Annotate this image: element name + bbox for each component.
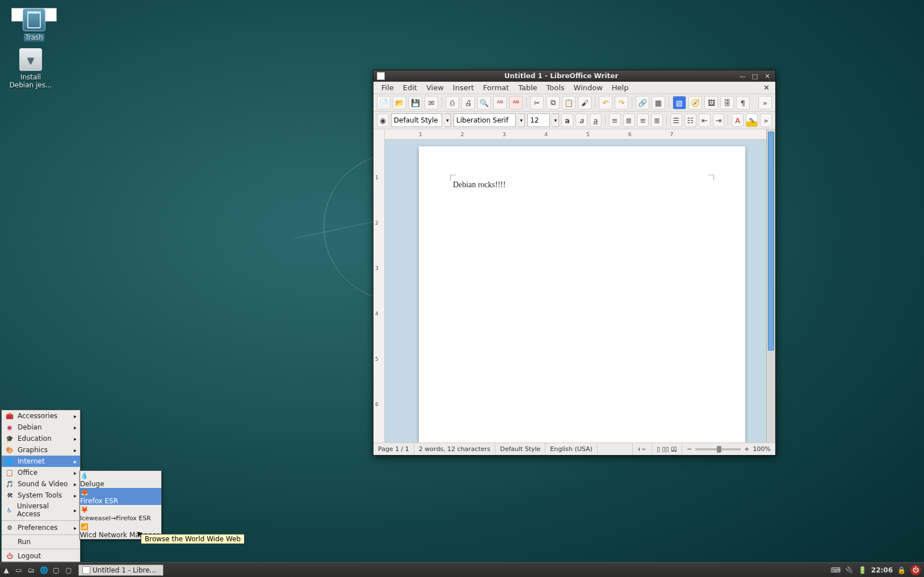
paste-button[interactable]: 📋 bbox=[562, 96, 576, 109]
save-button[interactable]: 💾 bbox=[409, 96, 422, 109]
task-libreoffice-writer[interactable]: Untitled 1 - Libre... bbox=[78, 565, 163, 576]
page-area[interactable]: Debian rocks!!!! bbox=[385, 140, 766, 443]
print-button[interactable]: 🖨 bbox=[461, 96, 475, 109]
view-layout-buttons[interactable]: ▯ ▯▯ 🕮 bbox=[652, 443, 682, 455]
open-button[interactable]: 📂 bbox=[393, 96, 406, 109]
numbered-list-button[interactable]: ☰ bbox=[670, 113, 682, 127]
redo-button[interactable]: ↷ bbox=[615, 96, 628, 109]
maximize-button[interactable]: □ bbox=[750, 72, 759, 80]
print-preview-button[interactable]: 🔍 bbox=[477, 96, 491, 109]
navigator-button[interactable]: 🧭 bbox=[688, 96, 702, 109]
submenu-firefox-esr[interactable]: 🦊Firefox ESR bbox=[80, 488, 161, 505]
status-page[interactable]: Page 1 / 1 bbox=[373, 443, 414, 455]
menu-logout[interactable]: ⏻Logout bbox=[2, 550, 80, 562]
align-justify-button[interactable]: ≣ bbox=[651, 113, 663, 127]
gallery-button[interactable]: 🖼 bbox=[704, 96, 718, 109]
show-desktop-button[interactable]: ▭ bbox=[12, 564, 25, 576]
align-center-button[interactable]: ≣ bbox=[623, 113, 635, 127]
browser-launcher[interactable]: 🌐 bbox=[37, 564, 50, 576]
zoom-value[interactable]: 100% bbox=[753, 445, 771, 453]
submenu-deluge[interactable]: 💧Deluge bbox=[80, 471, 161, 488]
cut-button[interactable]: ✂ bbox=[530, 96, 544, 109]
size-dropdown-button[interactable]: ▾ bbox=[552, 113, 559, 127]
desktop-icon-trash[interactable]: Trash bbox=[11, 8, 57, 22]
autospell-button[interactable]: ᴬᴮ bbox=[509, 96, 523, 109]
zoom-control[interactable]: − + 100% bbox=[682, 445, 775, 453]
menu-file[interactable]: File bbox=[377, 82, 398, 93]
fmt-overflow-button[interactable]: » bbox=[760, 113, 772, 127]
menu-accessories[interactable]: 🧰Accessories▸ bbox=[2, 410, 80, 422]
menu-internet[interactable]: 🌐Internet▸ bbox=[2, 456, 80, 467]
workspace-1-button[interactable]: ▢ bbox=[50, 564, 62, 576]
menu-office[interactable]: 📋Office▸ bbox=[2, 467, 80, 478]
menu-table[interactable]: Table bbox=[514, 82, 542, 93]
close-button[interactable]: ✕ bbox=[763, 72, 772, 80]
new-doc-button[interactable]: 📄 bbox=[377, 96, 390, 109]
tray-clock[interactable]: 22:06 bbox=[871, 566, 893, 574]
format-paintbrush-button[interactable]: 🖌 bbox=[578, 96, 591, 109]
menu-edit[interactable]: Edit bbox=[398, 82, 422, 93]
nonprinting-chars-button[interactable]: ¶ bbox=[736, 96, 750, 109]
menu-system-tools[interactable]: 🛠System Tools▸ bbox=[2, 490, 80, 501]
data-sources-button[interactable]: 🗄 bbox=[720, 96, 734, 109]
menu-help[interactable]: Help bbox=[607, 82, 633, 93]
undo-button[interactable]: ↶ bbox=[599, 96, 612, 109]
font-dropdown-button[interactable]: ▾ bbox=[518, 113, 525, 127]
submenu-iceweasel-firefox[interactable]: 🦊Iceweasel→Firefox ESR bbox=[80, 505, 161, 522]
underline-button[interactable]: a bbox=[590, 113, 602, 127]
menu-view[interactable]: View bbox=[422, 82, 448, 93]
toolbar-overflow-button[interactable]: » bbox=[758, 96, 772, 109]
highlight-button[interactable]: ✎ bbox=[746, 113, 758, 127]
menu-run[interactable]: Run bbox=[2, 536, 80, 547]
menu-debian[interactable]: ◉Debian▸ bbox=[2, 422, 80, 433]
minimize-button[interactable]: — bbox=[738, 72, 747, 80]
spellcheck-button[interactable]: ᴬᴮ bbox=[493, 96, 507, 109]
menu-education[interactable]: 🎓Education▸ bbox=[2, 433, 80, 444]
zoom-in-icon[interactable]: + bbox=[744, 445, 749, 453]
tray-lock-icon[interactable]: 🔒 bbox=[897, 566, 906, 574]
menu-format[interactable]: Format bbox=[478, 82, 514, 93]
close-document-button[interactable]: ✕ bbox=[761, 83, 772, 92]
style-dropdown-button[interactable]: ▾ bbox=[444, 113, 451, 127]
email-button[interactable]: ✉ bbox=[425, 96, 438, 109]
menu-tools[interactable]: Tools bbox=[542, 82, 569, 93]
status-style[interactable]: Default Style bbox=[495, 443, 545, 455]
status-wordcount[interactable]: 2 words, 12 characters bbox=[414, 443, 495, 455]
menu-graphics[interactable]: 🎨Graphics▸ bbox=[2, 444, 80, 456]
italic-button[interactable]: a bbox=[576, 113, 587, 127]
document-page[interactable]: Debian rocks!!!! bbox=[419, 146, 745, 443]
paragraph-style-select[interactable] bbox=[391, 113, 442, 127]
tray-logout-button[interactable]: ⏻ bbox=[910, 565, 921, 575]
styles-button[interactable]: ◉ bbox=[377, 113, 389, 127]
table-button[interactable]: ▦ bbox=[652, 96, 665, 109]
bold-button[interactable]: a bbox=[561, 113, 573, 127]
align-right-button[interactable]: ≡ bbox=[637, 113, 649, 127]
tray-battery-icon[interactable]: 🔋 bbox=[858, 566, 867, 574]
tray-keyboard-icon[interactable]: ⌨ bbox=[830, 566, 840, 574]
menu-window[interactable]: Window bbox=[569, 82, 607, 93]
export-pdf-button[interactable]: ⎙ bbox=[446, 96, 459, 109]
tray-network-icon[interactable]: 🔌 bbox=[845, 566, 854, 574]
copy-button[interactable]: ⧉ bbox=[546, 96, 560, 109]
status-book-view-icon[interactable]: ⫞⫟ bbox=[633, 443, 652, 455]
start-menu-button[interactable]: ▲ bbox=[0, 564, 12, 576]
decrease-indent-button[interactable]: ⇤ bbox=[699, 113, 711, 127]
align-left-button[interactable]: ≡ bbox=[609, 113, 621, 127]
hyperlink-button[interactable]: 🔗 bbox=[636, 96, 649, 109]
desktop-icon-install-debian[interactable]: Install Debian jes... bbox=[8, 48, 53, 89]
zoom-slider-knob[interactable] bbox=[717, 446, 721, 453]
status-language[interactable]: English (USA) bbox=[545, 443, 598, 455]
menu-insert[interactable]: Insert bbox=[448, 82, 478, 93]
font-name-select[interactable] bbox=[453, 113, 516, 127]
document-body-text[interactable]: Debian rocks!!!! bbox=[453, 180, 506, 189]
font-color-button[interactable]: A bbox=[732, 113, 744, 127]
menu-universal-access[interactable]: ♿Universal Access▸ bbox=[2, 501, 80, 519]
file-manager-launcher[interactable]: 🗂 bbox=[25, 564, 37, 576]
vertical-scrollbar[interactable] bbox=[766, 129, 775, 443]
bullet-list-button[interactable]: ☷ bbox=[684, 113, 696, 127]
show-draw-functions-button[interactable]: ▧ bbox=[673, 96, 686, 109]
increase-indent-button[interactable]: ⇥ bbox=[713, 113, 725, 127]
zoom-out-icon[interactable]: − bbox=[687, 445, 692, 453]
window-titlebar[interactable]: Untitled 1 - LibreOffice Writer — □ ✕ bbox=[373, 70, 775, 82]
font-size-select[interactable] bbox=[527, 113, 550, 127]
